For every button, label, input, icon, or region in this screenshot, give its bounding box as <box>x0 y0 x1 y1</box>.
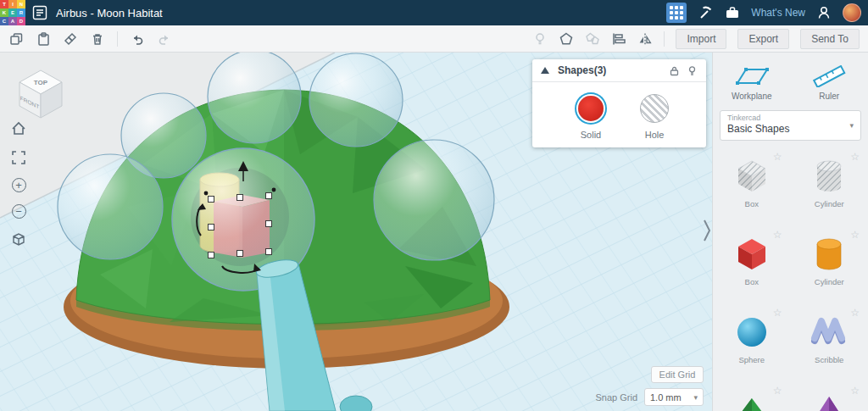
group-icon[interactable] <box>559 31 574 47</box>
edit-grid-button[interactable]: Edit Grid <box>651 366 704 383</box>
favorite-star-icon[interactable]: ☆ <box>773 385 782 397</box>
toolbox-icon[interactable] <box>724 4 741 21</box>
hole-swatch[interactable] <box>640 94 669 123</box>
fit-view-icon[interactable] <box>10 149 27 166</box>
lock-icon[interactable] <box>669 65 680 76</box>
shape-tile-box[interactable]: ☆ Box <box>713 229 791 303</box>
shape-label: Scribble <box>815 355 843 364</box>
favorite-star-icon[interactable]: ☆ <box>850 307 860 319</box>
account-icon[interactable] <box>815 4 832 21</box>
duplicate-icon[interactable] <box>63 31 78 47</box>
shape-label: Box <box>745 277 759 286</box>
favorite-star-icon[interactable]: ☆ <box>850 385 860 397</box>
redo-icon[interactable] <box>157 31 172 47</box>
pickaxe-icon[interactable] <box>697 4 714 21</box>
ruler-label: Ruler <box>819 92 839 101</box>
collapse-inspector-icon[interactable] <box>541 67 549 74</box>
delete-icon[interactable] <box>90 31 105 47</box>
shape-tile-sphere[interactable]: ☆ Sphere <box>713 307 791 381</box>
header: T I N K E R C A D Airbus - Moon Habitat … <box>0 0 868 25</box>
whats-new-link[interactable]: What's New <box>751 7 805 19</box>
mirror-icon[interactable] <box>637 31 653 47</box>
user-avatar[interactable] <box>843 3 861 22</box>
favorite-star-icon[interactable]: ☆ <box>773 307 782 319</box>
hole-cylinder-icon <box>805 156 853 197</box>
solid-swatch[interactable] <box>578 96 604 121</box>
favorite-star-icon[interactable]: ☆ <box>773 229 782 241</box>
import-button[interactable]: Import <box>676 29 726 49</box>
snap-grid-value: 1.0 mm <box>650 392 682 403</box>
workplane-icon <box>733 65 771 87</box>
send-to-button[interactable]: Send To <box>800 29 860 49</box>
design-title[interactable]: Airbus - Moon Habitat <box>56 7 163 19</box>
shape-library-grid: ☆ Box ☆ Cylinder <box>713 151 868 411</box>
lightbulb-icon[interactable] <box>687 65 698 76</box>
logo-tile: I <box>8 0 17 8</box>
scribble-icon <box>805 312 853 353</box>
roof-icon <box>728 390 776 411</box>
panel-collapse-chevron[interactable] <box>702 219 712 242</box>
pyramid-icon <box>805 390 853 411</box>
shape-tile-roof[interactable]: ☆ <box>713 385 791 411</box>
shape-tile-cylinder[interactable]: ☆ Cylinder <box>791 229 868 303</box>
toolbar: Import Export Send To <box>0 25 868 53</box>
tinkercad-logo[interactable]: T I N K E R C A D <box>0 0 25 25</box>
ruler-icon <box>810 65 848 87</box>
hole-box-icon <box>728 156 776 197</box>
snap-grid-label: Snap Grid <box>595 392 637 403</box>
paste-icon[interactable] <box>36 31 51 47</box>
view-cube[interactable]: TOP FRONT <box>10 59 71 120</box>
view-tools: + − <box>8 120 29 247</box>
logo-tile: A <box>8 17 17 25</box>
shape-label: Sphere <box>738 355 765 364</box>
edit-tools <box>0 31 172 47</box>
inspector-body: Solid Hole <box>532 82 706 147</box>
solid-option[interactable]: Solid <box>575 92 607 140</box>
shapes-panel: Workplane Ruler Tinkercad Basic Shapes ▾ <box>712 53 868 411</box>
zoom-in-icon[interactable]: + <box>12 178 26 192</box>
snap-grid-select[interactable]: 1.0 mm ▾ <box>644 388 704 406</box>
shape-tile-hole-box[interactable]: ☆ Box <box>713 151 791 225</box>
logo-tile: T <box>0 0 8 8</box>
show-all-icon[interactable] <box>532 31 548 47</box>
logo-tile: C <box>0 17 8 25</box>
shape-tile-pyramid[interactable]: ☆ <box>791 385 868 411</box>
align-icon[interactable] <box>611 31 626 47</box>
logo-tile: K <box>0 8 8 17</box>
copy-icon[interactable] <box>8 31 24 47</box>
shape-label: Box <box>745 199 759 208</box>
ruler-tool[interactable]: Ruler <box>791 59 868 107</box>
logo-tile: E <box>8 8 17 17</box>
designs-list-icon[interactable] <box>32 5 47 20</box>
snap-grid-control: Snap Grid 1.0 mm ▾ <box>595 388 704 406</box>
cylinder-icon <box>805 234 853 275</box>
logo-tile: N <box>17 0 25 8</box>
category-eyebrow: Tinkercad <box>727 114 854 122</box>
export-button[interactable]: Export <box>737 29 789 49</box>
zoom-out-icon[interactable]: − <box>12 204 26 219</box>
logo-tile: D <box>17 17 25 25</box>
hole-label: Hole <box>645 130 665 140</box>
logo-tile: R <box>17 8 25 17</box>
shape-tile-scribble[interactable]: ☆ Scribble <box>791 307 868 381</box>
hole-option[interactable]: Hole <box>638 92 670 140</box>
favorite-star-icon[interactable]: ☆ <box>850 151 860 163</box>
toolbar-separator <box>117 31 118 47</box>
ungroup-icon[interactable] <box>585 31 600 47</box>
chevron-down-icon: ▾ <box>849 121 854 130</box>
undo-icon[interactable] <box>130 31 145 47</box>
box-icon <box>728 234 776 275</box>
apps-grid-icon[interactable] <box>666 3 687 23</box>
favorite-star-icon[interactable]: ☆ <box>773 151 782 163</box>
perspective-toggle-icon[interactable] <box>10 230 27 247</box>
inspector-title: Shapes(3) <box>558 64 662 76</box>
home-view-icon[interactable] <box>10 120 27 137</box>
shape-inspector: Shapes(3) Solid Hole <box>532 59 706 147</box>
chevron-down-icon: ▾ <box>693 393 698 402</box>
shape-category-dropdown[interactable]: Tinkercad Basic Shapes ▾ <box>720 110 861 141</box>
favorite-star-icon[interactable]: ☆ <box>850 229 860 241</box>
inspector-header: Shapes(3) <box>532 59 706 82</box>
shape-tile-hole-cylinder[interactable]: ☆ Cylinder <box>791 151 868 225</box>
workplane-tool[interactable]: Workplane <box>713 59 791 107</box>
workplane-label: Workplane <box>732 92 772 101</box>
